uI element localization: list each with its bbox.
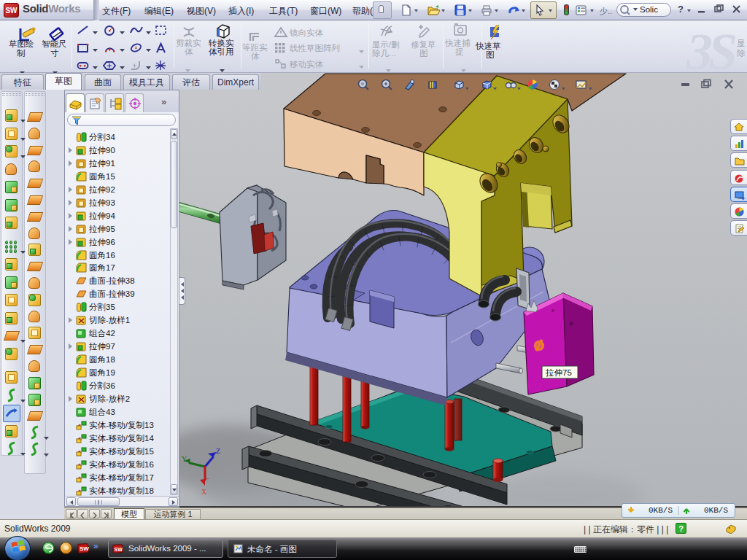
svg-text:Y: Y <box>182 455 187 463</box>
svg-text:SW: SW <box>115 547 123 552</box>
svg-text:SW: SW <box>80 545 89 552</box>
svg-text:X: X <box>201 488 207 496</box>
svg-text:Z: Z <box>216 447 220 455</box>
svg-text:拉伸75: 拉伸75 <box>545 368 572 377</box>
